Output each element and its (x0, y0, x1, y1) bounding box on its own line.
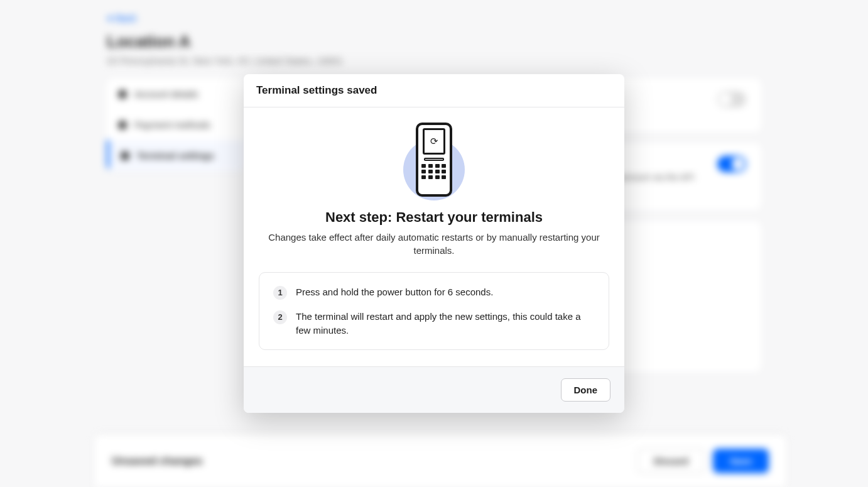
restart-icon: ⟳ (423, 128, 445, 155)
modal-subtext: Changes take effect after daily automati… (259, 231, 609, 257)
modal-overlay: Terminal settings saved ⟳ (0, 0, 868, 487)
modal-title: Terminal settings saved (256, 84, 612, 97)
modal-footer: Done (244, 366, 624, 413)
step-2: 2 The terminal will restart and apply th… (273, 310, 595, 337)
modal-header: Terminal settings saved (244, 74, 624, 107)
step-1: 1 Press and hold the power button for 6 … (273, 285, 595, 300)
restart-steps: 1 Press and hold the power button for 6 … (259, 272, 609, 351)
terminal-illustration: ⟳ (259, 123, 609, 198)
modal-heading: Next step: Restart your terminals (259, 209, 609, 226)
done-button[interactable]: Done (561, 378, 611, 402)
terminal-settings-saved-modal: Terminal settings saved ⟳ (244, 74, 624, 413)
